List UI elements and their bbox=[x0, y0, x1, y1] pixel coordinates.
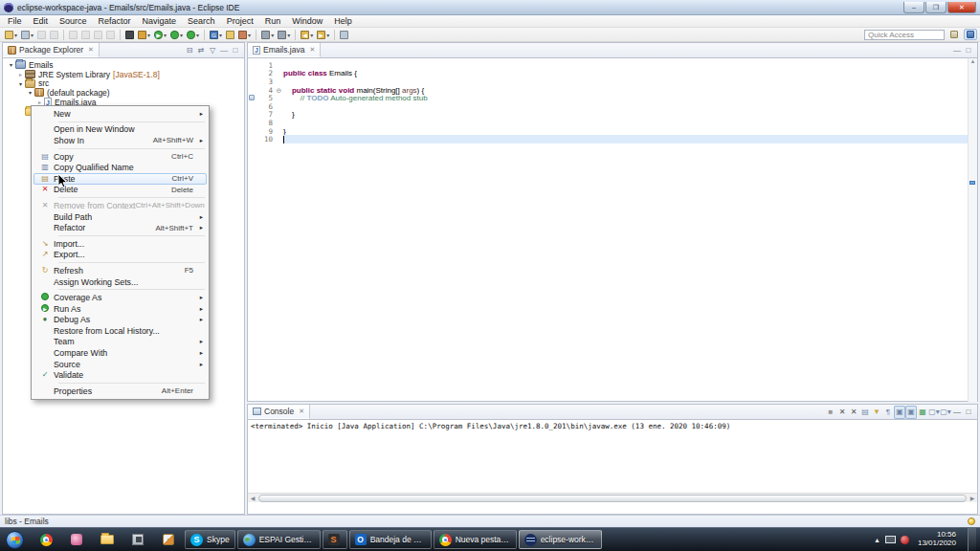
mark-occurrences-button[interactable] bbox=[123, 30, 136, 40]
collapse-all-button[interactable]: ⊟ bbox=[184, 44, 195, 57]
java-perspective-button[interactable] bbox=[964, 29, 977, 40]
menu-item-new[interactable]: New▸ bbox=[33, 108, 207, 120]
last-edit-location-button[interactable] bbox=[338, 30, 350, 40]
photos-quicklaunch-button[interactable] bbox=[61, 529, 92, 550]
menu-item-import[interactable]: ↘Import... bbox=[33, 238, 207, 250]
tab-package-explorer[interactable]: Package Explorer ✕ bbox=[3, 43, 100, 57]
link-with-editor-button[interactable]: ⇄ bbox=[195, 44, 207, 57]
menu-item-properties[interactable]: PropertiesAlt+Enter bbox=[33, 386, 207, 397]
menu-run[interactable]: Run bbox=[259, 15, 287, 28]
scroll-lock-button[interactable]: ▼ bbox=[871, 406, 882, 419]
display-tray-icon[interactable] bbox=[885, 536, 896, 543]
menu-item-assign-working-sets[interactable]: Assign Working Sets... bbox=[33, 276, 207, 288]
notification-bulb-icon[interactable] bbox=[968, 518, 975, 525]
tree-item-default-package[interactable]: ▾(default package) bbox=[3, 88, 244, 98]
notification-tray-icon[interactable] bbox=[901, 536, 909, 544]
dropdown-arrow-icon[interactable]: ▾ bbox=[287, 32, 290, 38]
run-button[interactable]: ▶▾ bbox=[152, 30, 168, 40]
tree-expanded-icon[interactable]: ▾ bbox=[7, 61, 15, 68]
taskbar-button-bandeja-de-entrad[interactable]: OBandeja de entrad... bbox=[349, 530, 432, 549]
close-icon[interactable]: ✕ bbox=[309, 46, 315, 54]
menu-item-show-in[interactable]: Show InAlt+Shift+W▸ bbox=[33, 135, 207, 146]
forward-history-button[interactable]: ▶▾ bbox=[315, 30, 331, 40]
close-icon[interactable]: ✕ bbox=[299, 408, 304, 415]
external-tools-button[interactable]: ▾ bbox=[136, 30, 152, 40]
taskbar-button-nueva-pesta-a[interactable]: Nueva pestaña - ... bbox=[434, 530, 517, 549]
profile-button[interactable]: ▾ bbox=[185, 30, 201, 40]
open-perspective-button[interactable] bbox=[947, 29, 961, 40]
new-java-ee-button[interactable]: G▾ bbox=[208, 30, 224, 40]
menu-item-restore-from-local-history[interactable]: Restore from Local History... bbox=[33, 325, 207, 337]
console-output[interactable]: <terminated> Inicio [Java Application] C… bbox=[248, 420, 977, 502]
menu-item-refresh[interactable]: ↻RefreshF5 bbox=[33, 265, 207, 276]
new-java-project-button[interactable]: ▾ bbox=[19, 30, 35, 40]
chrome-quicklaunch-button[interactable] bbox=[31, 529, 61, 550]
menu-help[interactable]: Help bbox=[328, 15, 358, 28]
dropdown-arrow-icon[interactable]: ▾ bbox=[31, 32, 33, 38]
menu-item-run-as[interactable]: ▶Run As▸ bbox=[33, 303, 207, 315]
taskbar-button-skype[interactable]: SSkype bbox=[185, 530, 235, 549]
next-annotation-button[interactable]: ▾ bbox=[276, 30, 292, 40]
show-desktop-button[interactable] bbox=[968, 528, 976, 551]
menu-source[interactable]: Source bbox=[54, 15, 93, 28]
menu-item-open-in-new-window[interactable]: Open in New Window bbox=[33, 124, 207, 136]
scrollbar-thumb[interactable] bbox=[258, 495, 967, 502]
dropdown-arrow-icon[interactable]: ▾ bbox=[180, 32, 183, 38]
maximize-view-button[interactable]: □ bbox=[230, 44, 241, 57]
menu-item-compare-with[interactable]: Compare With▸ bbox=[33, 347, 207, 359]
remove-launch-button[interactable]: ✕ bbox=[836, 406, 848, 419]
maximize-button[interactable]: ❐ bbox=[925, 2, 947, 13]
view-menu-button[interactable]: ▽ bbox=[207, 44, 218, 57]
windows-explorer-quicklaunch-button[interactable] bbox=[92, 529, 122, 550]
code-editor[interactable]: 12public class Emails {34⊖ public static… bbox=[248, 58, 977, 402]
menu-item-source[interactable]: Source▸ bbox=[33, 359, 207, 370]
show-hidden-icons-button[interactable]: ▲ bbox=[874, 537, 880, 543]
tree-collapsed-icon[interactable]: ▸ bbox=[16, 71, 25, 77]
clear-console-button[interactable]: ▤ bbox=[859, 406, 871, 419]
pin-console-button[interactable]: ▦ bbox=[917, 406, 928, 419]
maximize-view-button[interactable]: □ bbox=[963, 406, 974, 419]
overview-ruler[interactable]: ▲ bbox=[968, 58, 977, 402]
tab-emails-java[interactable]: J Emails.java ✕ bbox=[248, 43, 321, 57]
open-console-button[interactable]: ▢▾ bbox=[940, 406, 951, 419]
remove-all-launches-button[interactable]: ✕ bbox=[848, 406, 859, 419]
menu-item-coverage-as[interactable]: Coverage As▸ bbox=[33, 292, 207, 303]
menu-item-build-path[interactable]: Build Path▸ bbox=[33, 211, 207, 223]
dropdown-arrow-icon[interactable]: ▾ bbox=[310, 32, 313, 38]
minimize-button[interactable]: – bbox=[903, 2, 924, 13]
coverage-button[interactable]: ▾ bbox=[168, 30, 185, 40]
tree-item-src[interactable]: ▾src bbox=[3, 78, 244, 88]
scroll-right-icon[interactable]: ▶ bbox=[968, 495, 977, 501]
design-tool-quicklaunch-button[interactable] bbox=[153, 529, 184, 550]
minimize-view-button[interactable]: — bbox=[951, 44, 963, 57]
menu-refactor[interactable]: Refactor bbox=[93, 15, 137, 28]
terminate-button[interactable]: ■ bbox=[825, 406, 836, 419]
show-on-stdout-button[interactable]: ▣ bbox=[894, 406, 905, 419]
menu-search[interactable]: Search bbox=[182, 15, 221, 28]
tree-expanded-icon[interactable]: ▾ bbox=[16, 80, 25, 87]
close-icon[interactable]: ✕ bbox=[88, 46, 94, 54]
menu-navigate[interactable]: Navigate bbox=[137, 15, 183, 28]
maximize-view-button[interactable]: □ bbox=[963, 44, 974, 57]
menu-project[interactable]: Project bbox=[221, 15, 259, 28]
menu-item-refactor[interactable]: RefactorAlt+Shift+T▸ bbox=[33, 222, 207, 233]
menu-item-copy-qualified-name[interactable]: ▥Copy Qualified Name bbox=[33, 162, 207, 173]
tree-item-jre-system-library[interactable]: ▸JRE System Library[JavaSE-1.8] bbox=[3, 70, 244, 79]
close-button[interactable]: ✕ bbox=[947, 2, 976, 13]
taskbar-clock[interactable]: 10:56 13/01/2020 bbox=[914, 531, 960, 548]
tab-console[interactable]: Console ✕ bbox=[248, 405, 310, 419]
open-folder-set-button[interactable] bbox=[224, 30, 236, 40]
dropdown-arrow-icon[interactable]: ▾ bbox=[326, 32, 329, 38]
menu-item-export[interactable]: ↗Export... bbox=[33, 250, 207, 261]
minimize-view-button[interactable]: — bbox=[951, 406, 963, 419]
menu-file[interactable]: File bbox=[2, 15, 28, 28]
dropdown-arrow-icon[interactable]: ▾ bbox=[271, 32, 274, 38]
minimize-view-button[interactable]: — bbox=[218, 44, 230, 57]
show-on-stderr-button[interactable]: ▣ bbox=[905, 406, 917, 419]
dropdown-arrow-icon[interactable]: ▾ bbox=[219, 32, 222, 38]
word-wrap-button[interactable]: ¶ bbox=[882, 406, 894, 419]
taskbar-button-eclipse-workspac[interactable]: eclipse-workspac... bbox=[519, 530, 602, 549]
display-selected-console-button[interactable]: ▢▾ bbox=[928, 406, 940, 419]
menu-window[interactable]: Window bbox=[286, 15, 328, 28]
menu-item-validate[interactable]: ✓Validate bbox=[33, 369, 207, 381]
